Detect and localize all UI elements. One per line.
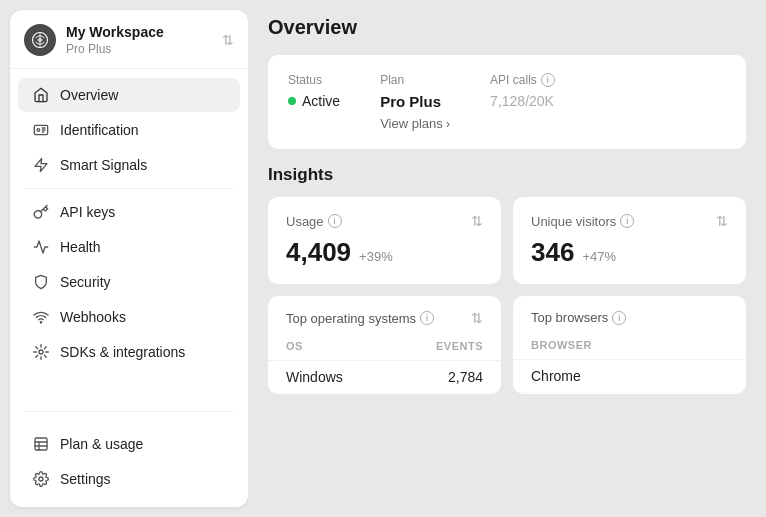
usage-change: +39% xyxy=(359,249,393,264)
sidebar-item-smart-signals-label: Smart Signals xyxy=(60,157,147,173)
arrow-right-icon: › xyxy=(446,116,450,131)
unique-visitors-card: Unique visitors i ⇅ 346 +47% xyxy=(513,197,746,284)
sidebar-item-overview-label: Overview xyxy=(60,87,118,103)
status-dot xyxy=(288,97,296,105)
unique-visitors-change: +47% xyxy=(582,249,616,264)
health-icon xyxy=(32,238,50,256)
col-header-events: EVENTS xyxy=(385,340,484,352)
bottom-cards: Top operating systems i ⇅ OS EVENTS Wind… xyxy=(268,296,746,394)
svg-point-10 xyxy=(39,477,43,481)
plan-value: Pro Plus xyxy=(380,93,450,110)
api-calls-label: API calls xyxy=(490,73,537,87)
page-title: Overview xyxy=(268,16,746,39)
unique-visitors-label-text: Unique visitors xyxy=(531,214,616,229)
workspace-plan: Pro Plus xyxy=(66,42,222,56)
sidebar: My Workspace Pro Plus ⇅ Overview xyxy=(10,10,248,507)
insights-grid: Usage i ⇅ 4,409 +39% Unique visitors i ⇅… xyxy=(268,197,746,284)
sidebar-item-webhooks-label: Webhooks xyxy=(60,309,126,325)
bottom-section: Top operating systems i ⇅ OS EVENTS Wind… xyxy=(268,296,746,394)
sidebar-item-settings[interactable]: Settings xyxy=(18,462,240,496)
browser-name: Chrome xyxy=(531,368,728,384)
unique-visitors-info-icon[interactable]: i xyxy=(620,214,634,228)
sidebar-item-webhooks[interactable]: Webhooks xyxy=(18,300,240,334)
nav-divider-1 xyxy=(24,188,234,189)
usage-sort-icon[interactable]: ⇅ xyxy=(471,213,483,229)
top-os-info-icon[interactable]: i xyxy=(420,311,434,325)
status-card: Status Active Plan Pro Plus View plans ›… xyxy=(268,55,746,149)
settings-icon xyxy=(32,470,50,488)
sidebar-item-sdks-label: SDKs & integrations xyxy=(60,344,185,360)
top-os-card: Top operating systems i ⇅ OS EVENTS Wind… xyxy=(268,296,501,394)
usage-card-header: Usage i ⇅ xyxy=(286,213,483,229)
unique-visitors-value: 346 +47% xyxy=(531,237,728,268)
usage-label: Usage i xyxy=(286,214,342,229)
svg-rect-2 xyxy=(34,125,47,134)
usage-number: 4,409 xyxy=(286,237,351,268)
api-calls-total: 20K xyxy=(529,93,554,109)
smart-signals-icon xyxy=(32,156,50,174)
unique-visitors-label: Unique visitors i xyxy=(531,214,634,229)
unique-visitors-sort-icon[interactable]: ⇅ xyxy=(716,213,728,229)
top-browsers-card: Top browsers i BROWSER Chrome xyxy=(513,296,746,394)
os-name: Windows xyxy=(286,369,423,385)
svg-point-3 xyxy=(37,129,40,132)
sidebar-item-plan-usage-label: Plan & usage xyxy=(60,436,143,452)
col-header-browser: BROWSER xyxy=(531,339,728,351)
usage-info-icon[interactable]: i xyxy=(328,214,342,228)
sidebar-item-api-keys[interactable]: API keys xyxy=(18,195,240,229)
sidebar-item-overview[interactable]: Overview xyxy=(18,78,240,112)
status-label: Status xyxy=(288,73,340,87)
api-calls-section: API calls i 7,128/20K xyxy=(490,73,555,109)
top-browsers-title: Top browsers i xyxy=(531,310,626,325)
top-browsers-header: Top browsers i xyxy=(513,296,746,335)
workspace-header[interactable]: My Workspace Pro Plus ⇅ xyxy=(10,10,248,69)
sidebar-item-security-label: Security xyxy=(60,274,111,290)
unique-visitors-header: Unique visitors i ⇅ xyxy=(531,213,728,229)
main-content: Overview Status Active Plan Pro Plus Vie… xyxy=(248,0,766,517)
nav-divider-2 xyxy=(24,411,234,412)
top-os-col-headers: OS EVENTS xyxy=(268,336,501,361)
home-icon xyxy=(32,86,50,104)
sidebar-item-identification-label: Identification xyxy=(60,122,139,138)
sidebar-item-sdks[interactable]: SDKs & integrations xyxy=(18,335,240,369)
sidebar-item-identification[interactable]: Identification xyxy=(18,113,240,147)
sidebar-item-smart-signals[interactable]: Smart Signals xyxy=(18,148,240,182)
sidebar-item-security[interactable]: Security xyxy=(18,265,240,299)
top-browsers-info-icon[interactable]: i xyxy=(612,311,626,325)
top-os-title-text: Top operating systems xyxy=(286,311,416,326)
sidebar-item-health[interactable]: Health xyxy=(18,230,240,264)
chevron-updown-icon: ⇅ xyxy=(222,32,234,48)
svg-point-5 xyxy=(39,350,43,354)
top-os-sort-icon[interactable]: ⇅ xyxy=(471,310,483,326)
status-text: Active xyxy=(302,93,340,109)
workspace-logo xyxy=(24,24,56,56)
sidebar-item-plan-usage[interactable]: Plan & usage xyxy=(18,427,240,461)
table-row: Windows 2,784 xyxy=(268,361,501,394)
top-browsers-col-headers: BROWSER xyxy=(513,335,746,360)
status-section: Status Active xyxy=(288,73,340,109)
api-calls-value: 7,128/20K xyxy=(490,93,555,109)
view-plans-text: View plans xyxy=(380,116,443,131)
view-plans-link[interactable]: View plans › xyxy=(380,116,450,131)
status-value: Active xyxy=(288,93,340,109)
api-calls-used: 7,128 xyxy=(490,93,525,109)
table-row: Chrome xyxy=(513,360,746,393)
sidebar-item-api-keys-label: API keys xyxy=(60,204,115,220)
plan-label: Plan xyxy=(380,73,450,87)
unique-visitors-number: 346 xyxy=(531,237,574,268)
svg-point-4 xyxy=(40,322,41,323)
top-browsers-title-text: Top browsers xyxy=(531,310,608,325)
id-icon xyxy=(32,121,50,139)
svg-rect-6 xyxy=(35,438,47,450)
workspace-name: My Workspace xyxy=(66,24,222,41)
top-os-title: Top operating systems i xyxy=(286,311,434,326)
usage-value: 4,409 +39% xyxy=(286,237,483,268)
api-calls-info-icon[interactable]: i xyxy=(541,73,555,87)
workspace-info: My Workspace Pro Plus xyxy=(66,24,222,56)
nav-section: Overview Identification Smart Signals xyxy=(10,69,248,405)
plan-icon xyxy=(32,435,50,453)
plan-section: Plan Pro Plus View plans › xyxy=(380,73,450,131)
api-calls-label-row: API calls i xyxy=(490,73,555,87)
nav-bottom: Plan & usage Settings xyxy=(10,418,248,507)
usage-card: Usage i ⇅ 4,409 +39% xyxy=(268,197,501,284)
